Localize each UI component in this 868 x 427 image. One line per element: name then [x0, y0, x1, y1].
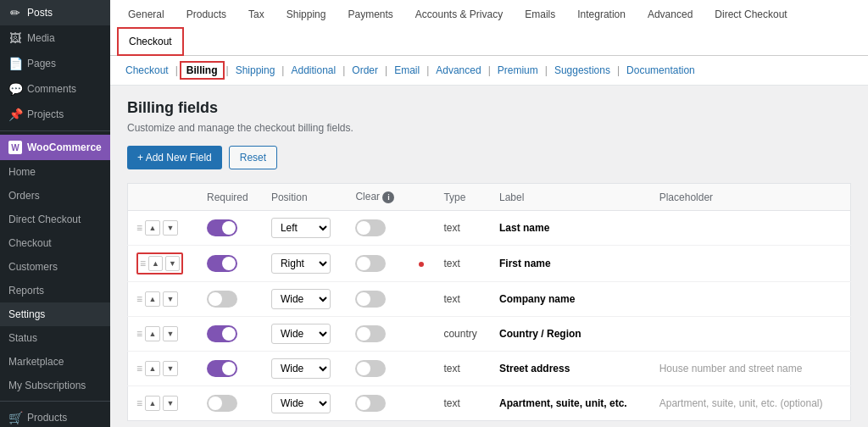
tab-general[interactable]: General [117, 1, 175, 27]
row-down-button[interactable]: ▼ [163, 361, 178, 376]
drag-handle[interactable]: ≡ [136, 328, 142, 340]
row-apartment-controls-group: ≡ ▲ ▼ [136, 396, 183, 411]
sidebar-item-direct-checkout[interactable]: Direct Checkout [0, 208, 110, 231]
row-apartment-controls: ≡ ▲ ▼ [128, 386, 198, 421]
row-country-label: Country / Region [491, 317, 651, 352]
sidebar-item-orders[interactable]: Orders [0, 184, 110, 208]
sidebar-item-settings[interactable]: Settings [0, 302, 110, 326]
tab-emails[interactable]: Emails [514, 1, 566, 27]
row-last-name-clear-toggle[interactable] [355, 219, 386, 236]
sub-tab-checkout[interactable]: Checkout [120, 63, 174, 78]
row-apartment-clear-toggle[interactable] [355, 395, 386, 412]
row-down-button[interactable]: ▼ [163, 396, 178, 411]
row-company-name-clear-toggle[interactable] [355, 291, 386, 308]
sub-tab-billing[interactable]: Billing [180, 61, 225, 80]
row-first-name-required [198, 246, 263, 282]
row-down-button[interactable]: ▼ [165, 256, 180, 271]
row-street-address-required-toggle[interactable] [207, 360, 237, 377]
row-last-name-required-toggle[interactable] [207, 219, 237, 236]
sidebar-item-reports[interactable]: Reports [0, 279, 110, 302]
row-first-name-position-select[interactable]: LeftRightWide [271, 253, 331, 274]
pages-icon: 📄 [8, 57, 22, 70]
row-first-name-required-toggle[interactable] [207, 255, 237, 272]
row-up-button[interactable]: ▲ [145, 220, 160, 236]
row-company-name-position-select[interactable]: LeftRightWide [271, 289, 331, 309]
tab-direct-checkout[interactable]: Direct Checkout [704, 1, 798, 27]
row-first-name-label: First name [491, 246, 651, 282]
row-street-address-clear-toggle[interactable] [355, 360, 386, 377]
sub-tab-additional[interactable]: Additional [286, 63, 341, 78]
row-country-clear-toggle[interactable] [355, 325, 386, 342]
tab-accounts-privacy[interactable]: Accounts & Privacy [404, 1, 514, 27]
sub-tab-documentation[interactable]: Documentation [621, 63, 700, 78]
sub-tab-email[interactable]: Email [389, 63, 425, 78]
row-street-address-position: LeftRightWide [263, 352, 348, 386]
sidebar-item-pages[interactable]: 📄 Pages [0, 51, 110, 76]
row-country-controls: ≡ ▲ ▼ [128, 317, 198, 352]
row-street-address-controls-group: ≡ ▲ ▼ [136, 361, 183, 376]
sidebar-item-projects[interactable]: 📌 Projects [0, 102, 110, 127]
drag-handle[interactable]: ≡ [136, 397, 142, 409]
row-down-button[interactable]: ▼ [163, 291, 178, 307]
tab-tax[interactable]: Tax [237, 1, 275, 27]
sidebar-item-posts[interactable]: ✏ Posts [0, 0, 110, 25]
sidebar-item-checkout[interactable]: Checkout [0, 231, 110, 255]
row-last-name-label: Last name [491, 211, 651, 246]
row-street-address-indicator [409, 352, 435, 386]
sub-tab-suggestions[interactable]: Suggestions [549, 63, 615, 78]
row-country-indicator [409, 317, 435, 352]
tab-checkout[interactable]: Checkout [117, 27, 184, 56]
row-company-name-required-toggle[interactable] [207, 291, 237, 308]
row-apartment-clear [347, 386, 409, 421]
row-country-required-toggle[interactable] [207, 325, 237, 342]
row-up-button[interactable]: ▲ [145, 291, 160, 307]
row-country-position-select[interactable]: LeftRightWide [271, 324, 331, 344]
row-first-name-controls: ≡ ▲ ▼ [128, 246, 198, 282]
sub-tab-premium[interactable]: Premium [492, 63, 543, 78]
sidebar-item-comments[interactable]: 💬 Comments [0, 76, 110, 102]
tab-advanced[interactable]: Advanced [637, 1, 704, 27]
row-last-name-position-select[interactable]: LeftRightWide [271, 218, 331, 238]
sidebar-item-media[interactable]: 🖼 Media [0, 25, 110, 51]
row-street-address-position-select[interactable]: LeftRightWide [271, 358, 331, 379]
sidebar-item-customers[interactable]: Customers [0, 255, 110, 279]
row-company-name-label: Company name [491, 282, 651, 317]
row-up-button[interactable]: ▲ [145, 396, 160, 411]
tab-integration[interactable]: Integration [566, 1, 637, 27]
row-apartment-required-toggle[interactable] [207, 395, 237, 412]
sidebar-item-woocommerce[interactable]: W WooCommerce [0, 135, 110, 160]
tab-products[interactable]: Products [175, 1, 237, 27]
row-country-position: LeftRightWide [263, 317, 348, 352]
sidebar-divider-2 [0, 401, 110, 402]
row-up-button[interactable]: ▲ [145, 361, 160, 376]
sub-tab-advanced[interactable]: Advanced [431, 63, 486, 78]
reset-button[interactable]: Reset [229, 146, 277, 169]
sub-tab-order[interactable]: Order [347, 63, 383, 78]
sidebar-item-home[interactable]: Home [0, 160, 110, 184]
row-up-button[interactable]: ▲ [145, 326, 160, 341]
row-down-button[interactable]: ▼ [163, 220, 178, 236]
row-down-button[interactable]: ▼ [163, 326, 178, 341]
add-new-field-button[interactable]: + Add New Field [127, 146, 222, 169]
drag-handle[interactable]: ≡ [140, 258, 146, 269]
col-placeholder: Placeholder [651, 184, 851, 211]
row-first-name-position: LeftRightWide [263, 246, 348, 282]
row-first-name-controls-group: ≡ ▲ ▼ [136, 252, 183, 274]
row-up-button[interactable]: ▲ [148, 256, 163, 271]
row-first-name-clear-toggle[interactable] [355, 255, 386, 272]
sub-tab-shipping[interactable]: Shipping [231, 63, 281, 78]
drag-handle[interactable]: ≡ [136, 293, 142, 305]
row-apartment-indicator [409, 386, 435, 421]
sidebar-item-my-subscriptions[interactable]: My Subscriptions [0, 374, 110, 397]
tab-shipping[interactable]: Shipping [275, 1, 337, 27]
tab-payments[interactable]: Payments [337, 1, 403, 27]
row-apartment-position-select[interactable]: LeftRightWide [271, 393, 331, 413]
sidebar-item-products[interactable]: 🛒 Products [0, 405, 110, 427]
main-tabs: General Products Tax Shipping Payments A… [110, 0, 868, 56]
drag-handle[interactable]: ≡ [136, 363, 142, 374]
sidebar-item-marketplace[interactable]: Marketplace [0, 350, 110, 374]
drag-handle[interactable]: ≡ [136, 222, 142, 234]
sidebar-item-status[interactable]: Status [0, 326, 110, 350]
clear-info-icon[interactable]: i [382, 191, 394, 203]
page-description: Customize and manage the checkout billin… [127, 122, 851, 134]
